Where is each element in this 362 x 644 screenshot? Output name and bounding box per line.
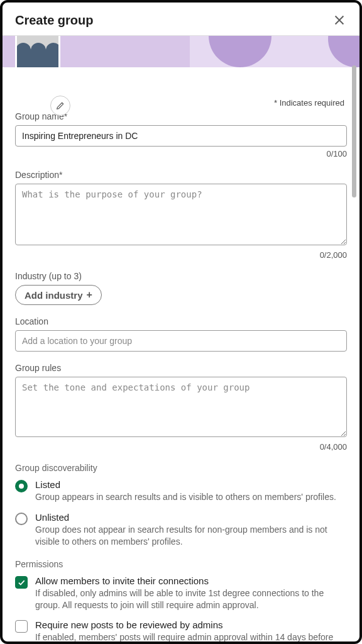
form-body: Group name* 0/100 Description* 0/2,000 I… — [3, 67, 359, 641]
allow-invite-desc: If disabled, only admins will be able to… — [35, 587, 347, 611]
group-name-input[interactable] — [15, 125, 347, 147]
plus-icon: + — [87, 289, 92, 301]
add-industry-button[interactable]: Add industry + — [15, 285, 102, 305]
listed-radio[interactable] — [15, 480, 28, 492]
group-banner — [3, 36, 359, 67]
add-industry-label: Add industry — [25, 290, 83, 301]
permissions-heading: Permissions — [15, 559, 347, 569]
require-review-title: Require new posts to be reviewed by admi… — [35, 619, 347, 630]
location-label: Location — [15, 316, 347, 326]
modal-title: Create group — [15, 13, 93, 28]
description-textarea[interactable] — [15, 184, 347, 245]
group-name-counter: 0/100 — [15, 149, 347, 158]
discoverability-heading: Group discoverability — [15, 463, 347, 473]
group-logo-placeholder — [15, 36, 60, 67]
unlisted-radio[interactable] — [15, 513, 28, 525]
edit-logo-button[interactable] — [50, 96, 70, 116]
unlisted-title: Unlisted — [35, 512, 347, 523]
required-indicator: * Indicates required — [274, 98, 344, 108]
listed-title: Listed — [35, 479, 336, 490]
scrollbar[interactable] — [352, 65, 356, 197]
group-rules-textarea[interactable] — [15, 377, 347, 437]
description-counter: 0/2,000 — [15, 250, 347, 260]
require-review-desc: If enabled, members' posts will require … — [35, 631, 347, 641]
description-label: Description* — [15, 170, 347, 180]
require-review-checkbox[interactable] — [15, 620, 28, 633]
group-rules-counter: 0/4,000 — [15, 442, 347, 452]
allow-invite-title: Allow members to invite their connection… — [35, 575, 347, 586]
create-group-modal: Create group * Indicates required Group … — [0, 0, 362, 644]
group-rules-label: Group rules — [15, 363, 347, 373]
industry-label: Industry (up to 3) — [15, 271, 347, 281]
unlisted-desc: Group does not appear in search results … — [35, 524, 347, 548]
location-input[interactable] — [15, 330, 347, 352]
listed-desc: Group appears in search results and is v… — [35, 491, 336, 503]
close-icon[interactable] — [332, 13, 347, 28]
modal-header: Create group — [3, 3, 359, 36]
allow-invite-checkbox[interactable] — [15, 576, 28, 589]
